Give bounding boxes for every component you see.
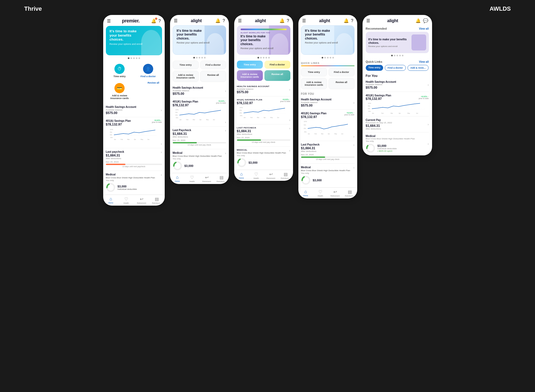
alight1-nav-health[interactable]: ♡ Health <box>185 175 199 182</box>
svg-text:0%: 0% <box>110 134 112 136</box>
alight1-help-icon[interactable]: ? <box>223 18 225 23</box>
alight2-hsa-label: HEALTH SAVINGS ACCOUNT <box>237 85 289 88</box>
alight1-time-entry[interactable]: Time entry <box>173 61 199 69</box>
thrive-insurance[interactable]: 💳 Add & review insurance cards <box>106 81 133 101</box>
svg-text:Feb: Feb <box>381 112 384 114</box>
alight2-find-doctor[interactable]: Find a doctor <box>264 61 290 69</box>
awlds-view-all-link[interactable]: View all <box>419 27 429 30</box>
alight3-review-all[interactable]: Review all <box>329 78 355 89</box>
awlds-hero-banner[interactable]: It's time to make your benefits choices.… <box>366 32 429 53</box>
help-icon[interactable]: ? <box>159 19 161 23</box>
alight2-time-entry[interactable]: Time entry <box>237 61 263 69</box>
awlds-chip-find-doctor[interactable]: Find a doctor <box>385 65 406 71</box>
awlds-401k-card[interactable]: 401(K) Savings Plan $78,132.97 +8.02% ↑ … <box>366 92 429 116</box>
health-icon: ♡ <box>124 197 128 202</box>
alight2-menu-icon[interactable]: ☰ <box>238 18 242 23</box>
alight1-medical[interactable]: Medical Blue Cross Blue Shield High Dedu… <box>173 149 226 173</box>
svg-text:Jan: Jan <box>372 112 374 114</box>
alight2-paycheck[interactable]: LAST PAYCHECK $1,684.31 After deductions… <box>237 124 290 147</box>
thrive-review-all[interactable]: Review all <box>134 81 162 101</box>
alight3-menu-icon[interactable]: ☰ <box>302 18 306 23</box>
alight3-deductible: $3,000 <box>301 175 355 185</box>
alight3-401k[interactable]: 401(K) Savings Plan $78,132.97 +8.02% ↑ … <box>301 110 355 141</box>
alight3-paycheck[interactable]: Last Paycheck $1,684.31 After deductions… <box>301 141 355 164</box>
alight1-menu-icon[interactable]: ☰ <box>174 18 178 23</box>
alight1-review-all[interactable]: Review all <box>200 71 226 82</box>
thrive-hsa-card[interactable]: Health Savings Account Available balance… <box>106 103 162 117</box>
alight1-nav-home[interactable]: ⌂ Home <box>170 175 185 182</box>
alight1-hsa-sub: Available balance <box>173 89 225 92</box>
svg-text:Apr: Apr <box>199 119 202 120</box>
thrive-time-entry-label: Time entry <box>113 75 125 78</box>
thrive-nav-home[interactable]: ⌂ Home <box>103 197 119 204</box>
alight3-nav-retirement[interactable]: ↩ Retirement <box>328 189 342 197</box>
alight2-insurance[interactable]: Add & review insurance cards <box>237 70 263 81</box>
awlds-quick-links-view-all[interactable]: View all <box>419 60 429 63</box>
notification-icon[interactable]: 🔔2 <box>151 18 156 23</box>
alight2-medical[interactable]: MEDICAL Blue Cross Blue Shield High Dedu… <box>237 147 290 170</box>
alight1-hsa[interactable]: Health Savings Account Available balance… <box>173 84 226 98</box>
alight2-bell-icon[interactable]: 🔔 <box>279 18 285 23</box>
thrive-scroll[interactable]: It's time to make your benefits choices.… <box>103 26 165 195</box>
svg-text:Jun: Jun <box>147 139 149 140</box>
awlds-current-pay-card[interactable]: Current Pay Processed on Sep 15, 2022 $1… <box>366 116 429 132</box>
awlds-401k-title: 401(K) Savings Plan <box>366 94 391 97</box>
thrive-nav-retirement[interactable]: ↩ Retirement <box>134 197 149 204</box>
awlds-hsa-sub: Available balance <box>366 83 396 86</box>
alight3-medical[interactable]: Medical Blue Cross Blue Shield High Dedu… <box>301 164 355 187</box>
thrive-nav-health[interactable]: ♡ Health <box>118 197 134 204</box>
thrive-nav-reimbursement[interactable]: ▤ Reimburs... <box>149 197 165 204</box>
alight1-nav-retirement[interactable]: ↩ Reirement <box>199 175 214 182</box>
alight2-scroll[interactable]: ALIGHT WORKLIFE FOR YOU It's time to mak… <box>234 25 293 170</box>
awlds-chat-icon[interactable]: 💬 <box>423 18 428 23</box>
awlds-scroll[interactable]: Recommended View all It's time to make y… <box>363 25 432 155</box>
alight1-bell-icon[interactable]: 🔔 <box>215 18 221 23</box>
thrive-time-entry[interactable]: ⏱ Time entry <box>106 61 133 80</box>
awlds-menu-icon[interactable]: ☰ <box>366 18 370 23</box>
menu-icon[interactable]: ☰ <box>107 18 111 23</box>
alight3-scroll[interactable]: It's time to make your benefits choices.… <box>298 25 357 187</box>
alight2-nav-health[interactable]: ♡ Health <box>249 172 264 179</box>
thrive-medical-card[interactable]: Medical Blue Cross Blue Shield High Dedu… <box>106 171 162 195</box>
thrive-paycheck-card[interactable]: Last paycheck $1,684.31 After deductions… <box>106 148 162 171</box>
alight3-insurance[interactable]: Add & review insurance cards <box>301 78 327 89</box>
alight3-nav-reimburse[interactable]: ▤ Reimburs... <box>342 189 357 197</box>
alight3-time-entry[interactable]: Time entry <box>301 68 327 76</box>
alight2-401k[interactable]: 401(K) SAVINGS PLAN $78,132.97 +8.02% ↑ … <box>237 96 290 124</box>
alight3-find-doctor[interactable]: Find a doctor <box>329 68 355 76</box>
awlds-medical-card[interactable]: Medical Blue Cross Blue Shield High Dedu… <box>366 132 429 155</box>
alight3-bell-icon[interactable]: 🔔 <box>344 18 349 23</box>
alight2-cards: HEALTH SAVINGS ACCOUNT Available balance… <box>234 83 293 170</box>
awlds-bell-icon[interactable]: 🔔 <box>415 18 421 23</box>
alight1-find-doctor[interactable]: Find a doctor <box>200 61 226 69</box>
alight2-hsa[interactable]: HEALTH SAVINGS ACCOUNT Available balance… <box>237 83 290 96</box>
alight3-nav-health[interactable]: ♡ Health <box>313 189 328 197</box>
alight1-nav-reimbursement[interactable]: ▤ Reimburs... <box>214 175 229 182</box>
alight2-review-all[interactable]: Review all <box>264 70 290 81</box>
thrive-find-doctor[interactable]: 👤 Find a doctor <box>134 61 162 80</box>
alight3-hsa-value: $575.00 <box>301 104 353 107</box>
alight1-paycheck[interactable]: Last Paycheck $1,684.31 After deductions… <box>173 127 226 149</box>
alight1-quick-links: Time entry Find a doctor Add & review in… <box>170 61 229 82</box>
awlds-chip-add-review[interactable]: Add & revie... <box>407 65 429 71</box>
alight1-scroll[interactable]: It's time to make your benefits choices.… <box>170 25 229 173</box>
alight3-time-entry-label: Time entry <box>304 71 324 73</box>
awlds-recommended-header: Recommended View all <box>363 25 432 32</box>
svg-text:-5%: -5% <box>304 131 307 133</box>
awlds-401k-badge: +8.02% ↑ <box>419 96 429 97</box>
alight3-nav-home[interactable]: ⌂ Home <box>298 189 313 197</box>
alight1-401k[interactable]: 401(K) Savings Plan $78,132.97 +8.02% ↑ … <box>173 98 226 127</box>
awlds-hsa-card[interactable]: Health Savings Account Available balance… <box>366 78 429 92</box>
alight2-nav-retirement[interactable]: ↩ Reirement <box>264 172 278 179</box>
alight2-paycheck-value: $1,684.31 <box>237 129 256 133</box>
thrive-401k-card[interactable]: 401(k) Savings Plan $78,132.97 +8.02% ↑ … <box>106 117 162 148</box>
awlds-chip-time-entry[interactable]: Time entry <box>366 65 383 71</box>
alight1-insurance[interactable]: Add & review insurance cards <box>173 71 199 82</box>
alight2-nav-reimburse[interactable]: ▤ Reimburs... <box>278 172 293 179</box>
thrive-nav-retirement-label: Retirement <box>137 202 146 204</box>
alight2-nav-home[interactable]: ⌂ Home <box>234 172 249 179</box>
alight3-hsa[interactable]: Health Savings Account Available balance… <box>301 96 355 110</box>
alight1-home-icon: ⌂ <box>176 175 179 180</box>
alight2-help-icon[interactable]: ? <box>287 18 289 23</box>
alight3-help-icon[interactable]: ? <box>351 18 353 23</box>
